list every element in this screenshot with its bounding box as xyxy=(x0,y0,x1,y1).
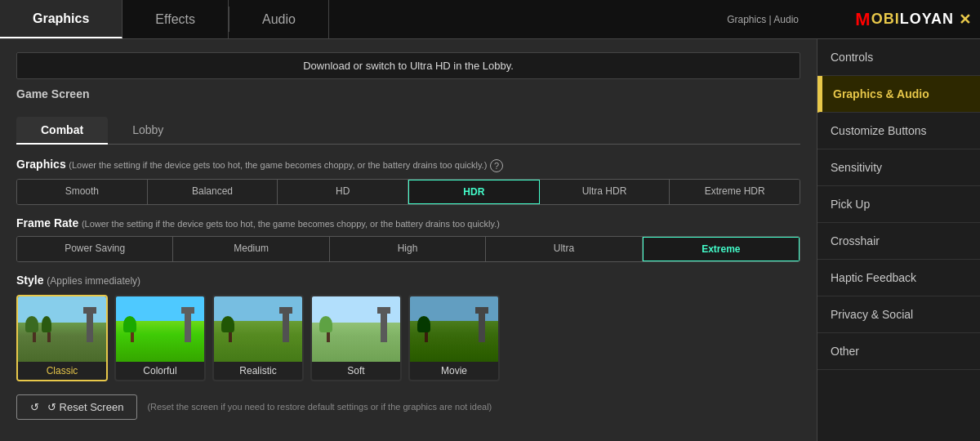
game-screen-label: Game Screen xyxy=(16,87,90,100)
tree-2 xyxy=(47,316,51,342)
style-card-classic-label: Classic xyxy=(18,362,106,380)
sub-tab-combat[interactable]: Combat xyxy=(16,117,108,145)
reset-icon: ↺ xyxy=(30,401,39,413)
sidebar-item-privacy-social[interactable]: Privacy & Social xyxy=(817,296,980,333)
tower-icon xyxy=(87,314,93,342)
style-card-realistic-image xyxy=(214,296,304,362)
graphics-hd[interactable]: HD xyxy=(278,180,408,204)
main-layout: Download or switch to Ultra HD in the Lo… xyxy=(0,39,980,441)
tree-5 xyxy=(324,316,332,342)
graphics-options: Smooth Balanced HD HDR Ultra HDR Extreme… xyxy=(16,179,800,205)
top-tab-bar: Graphics Effects Audio Graphics | Audio … xyxy=(0,0,980,39)
right-sidebar: Controls Graphics & Audio Customize Butt… xyxy=(817,39,980,441)
graphics-balanced[interactable]: Balanced xyxy=(148,180,278,204)
sidebar-item-customize-buttons[interactable]: Customize Buttons xyxy=(817,113,980,149)
reset-bar: ↺ ↺ Reset Screen (Reset the screen if yo… xyxy=(16,394,800,420)
framerate-extreme[interactable]: Extreme xyxy=(643,237,800,261)
sidebar-item-controls[interactable]: Controls xyxy=(817,39,980,76)
style-card-movie-label: Movie xyxy=(410,362,498,380)
top-right-info: Graphics | Audio xyxy=(717,0,808,39)
tree-3 xyxy=(128,316,136,342)
reset-hint: (Reset the screen if you need to restore… xyxy=(147,402,492,412)
sidebar-item-crosshair[interactable]: Crosshair xyxy=(817,223,980,260)
graphics-extreme-hdr[interactable]: Extreme HDR xyxy=(670,180,800,204)
tower-icon-5 xyxy=(479,314,485,342)
framerate-label-row: Frame Rate (Lower the setting if the dev… xyxy=(16,216,800,229)
style-card-colorful[interactable]: Colorful xyxy=(114,295,206,381)
style-card-soft-label: Soft xyxy=(312,362,400,380)
graphics-label-row: Graphics (Lower the setting if the devic… xyxy=(16,158,800,172)
style-card-classic-image xyxy=(18,296,108,362)
tree-1 xyxy=(30,316,38,342)
framerate-options: Power Saving Medium High Ultra Extreme xyxy=(16,236,800,262)
notice-bar: Download or switch to Ultra HD in the Lo… xyxy=(16,52,800,79)
game-screen-section: Game Screen xyxy=(16,87,800,109)
tower-icon-2 xyxy=(185,314,191,342)
tree-4 xyxy=(226,316,234,342)
style-card-movie[interactable]: Movie xyxy=(408,295,500,381)
style-card-soft[interactable]: Soft xyxy=(310,295,402,381)
sidebar-item-graphics-audio[interactable]: Graphics & Audio xyxy=(817,76,980,113)
tree-6 xyxy=(422,316,430,342)
style-card-colorful-image xyxy=(116,296,206,362)
sidebar-item-haptic-feedback[interactable]: Haptic Feedback xyxy=(817,260,980,296)
graphics-ultra-hdr[interactable]: Ultra HDR xyxy=(540,180,670,204)
style-cards: Classic Colorful xyxy=(16,295,800,381)
tower-icon-3 xyxy=(283,314,289,342)
graphics-help-icon[interactable]: ? xyxy=(490,159,503,172)
style-card-realistic[interactable]: Realistic xyxy=(212,295,304,381)
tab-graphics[interactable]: Graphics xyxy=(0,0,122,38)
style-card-realistic-label: Realistic xyxy=(214,362,302,380)
style-card-classic[interactable]: Classic xyxy=(16,295,108,381)
content-area: Download or switch to Ultra HD in the Lo… xyxy=(0,39,817,441)
tab-effects[interactable]: Effects xyxy=(122,0,229,38)
framerate-ultra[interactable]: Ultra xyxy=(486,237,642,261)
reset-screen-button[interactable]: ↺ ↺ Reset Screen xyxy=(16,394,137,420)
style-card-soft-image xyxy=(312,296,402,362)
sub-tab-bar: Combat Lobby xyxy=(16,117,800,145)
graphics-hdr[interactable]: HDR xyxy=(408,180,540,204)
logo: M OBI LOYAN ✕ xyxy=(855,0,980,38)
sub-tab-lobby[interactable]: Lobby xyxy=(108,117,188,145)
tab-audio[interactable]: Audio xyxy=(229,0,329,38)
sidebar-item-other[interactable]: Other xyxy=(817,333,980,370)
framerate-power-saving[interactable]: Power Saving xyxy=(17,237,173,261)
framerate-high[interactable]: High xyxy=(330,237,486,261)
style-card-movie-image xyxy=(410,296,500,362)
sidebar-item-sensitivity[interactable]: Sensitivity xyxy=(817,149,980,186)
tower-icon-4 xyxy=(381,314,387,342)
framerate-medium[interactable]: Medium xyxy=(173,237,329,261)
graphics-smooth[interactable]: Smooth xyxy=(17,180,148,204)
style-card-colorful-label: Colorful xyxy=(116,362,204,380)
sidebar-item-pick-up[interactable]: Pick Up xyxy=(817,186,980,223)
style-label-row: Style (Applies immediately) xyxy=(16,274,800,287)
